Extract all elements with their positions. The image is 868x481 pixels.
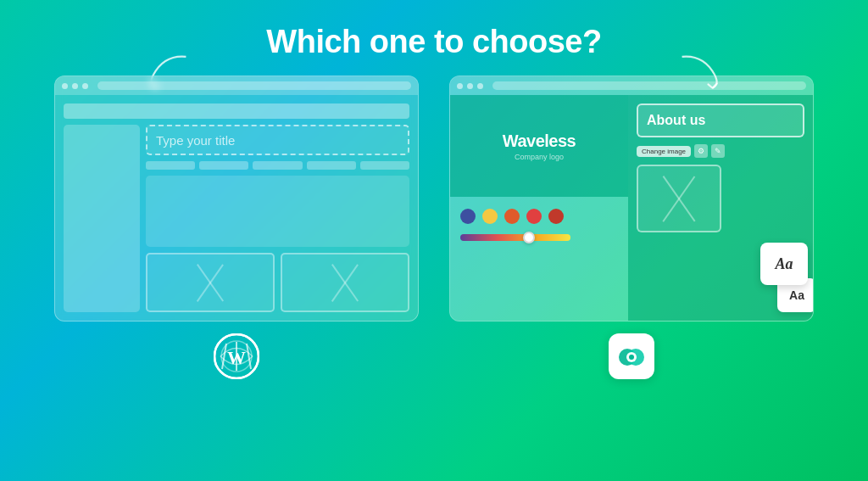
- change-image-button[interactable]: Change image: [637, 146, 691, 157]
- wp-body: Type your title: [64, 125, 409, 312]
- font-label-script: Aa: [775, 255, 793, 273]
- page-title: Which one to choose?: [266, 24, 601, 60]
- wp-tool-btn-5[interactable]: [360, 161, 409, 170]
- wp-bottom-row: [146, 253, 409, 312]
- wp-title-box[interactable]: Type your title: [146, 125, 409, 155]
- builder-body: Waveless Company logo: [450, 95, 813, 321]
- wp-titlebar: [55, 76, 418, 95]
- builder-left-panel: Waveless Company logo: [450, 95, 628, 321]
- color-dot-1[interactable]: [460, 209, 476, 224]
- wp-image-box-2: [281, 253, 409, 312]
- wp-tool-btn-1[interactable]: [146, 161, 195, 170]
- wordpress-logo-wrapper: W: [214, 333, 259, 383]
- color-dot-4[interactable]: [526, 209, 542, 224]
- color-slider-row: [460, 234, 618, 241]
- panels-row: Type your title: [27, 76, 841, 383]
- color-slider-thumb[interactable]: [523, 232, 535, 243]
- about-us-box[interactable]: About us: [637, 103, 804, 137]
- waveless-svg: [617, 342, 646, 371]
- builder-dot-green: [477, 83, 483, 89]
- wp-text-area: [146, 176, 409, 247]
- dot-green: [82, 83, 88, 89]
- wp-address-bar: [97, 81, 411, 90]
- wp-tool-btn-4[interactable]: [307, 161, 356, 170]
- wp-tool-btn-2[interactable]: [199, 161, 248, 170]
- about-us-text: About us: [647, 113, 705, 128]
- builder-right-panel: About us Change image ⚙ ✎ Aa A: [628, 95, 813, 321]
- builder-browser-window: Waveless Company logo: [449, 76, 814, 322]
- wordpress-browser-window: Type your title: [54, 76, 419, 322]
- color-dot-2[interactable]: [482, 209, 498, 224]
- wp-tool-btn-3[interactable]: [253, 161, 302, 170]
- dot-red: [62, 83, 68, 89]
- wp-image-box-1: [146, 253, 275, 312]
- waveless-icon: [609, 333, 654, 379]
- waveless-logo-wrapper: [609, 333, 654, 379]
- image-placeholder: [637, 165, 721, 232]
- builder-titlebar: [450, 76, 813, 95]
- color-palette: [460, 209, 618, 224]
- builder-dot-red: [457, 83, 463, 89]
- builder-brand-tagline: Company logo: [515, 153, 564, 161]
- wp-main-content: Type your title: [146, 125, 409, 312]
- pencil-icon[interactable]: ✎: [711, 144, 725, 158]
- wordpress-icon: W: [214, 333, 259, 379]
- color-dot-3[interactable]: [504, 209, 520, 224]
- wp-sidebar: [64, 125, 140, 312]
- svg-point-10: [629, 355, 634, 360]
- wp-title-placeholder: Type your title: [156, 133, 235, 148]
- wp-toolbar: [146, 161, 409, 170]
- builder-panel-wrapper: Waveless Company logo: [449, 76, 814, 379]
- builder-color-panel: [450, 197, 628, 321]
- change-image-toolbar: Change image ⚙ ✎: [637, 144, 804, 158]
- wp-topbar: [64, 103, 409, 119]
- wordpress-panel-wrapper: Type your title: [54, 76, 419, 383]
- color-dot-5[interactable]: [548, 209, 564, 224]
- color-slider-track[interactable]: [460, 234, 570, 241]
- builder-address-bar: [492, 81, 806, 90]
- font-label-sans: Aa: [789, 288, 804, 302]
- builder-brand-name: Waveless: [503, 131, 576, 151]
- dot-yellow: [72, 83, 78, 89]
- font-cards: Aa Aa: [760, 243, 808, 312]
- gear-icon[interactable]: ⚙: [694, 144, 708, 158]
- wp-content-area: Type your title: [55, 95, 418, 321]
- font-card-large[interactable]: Aa: [760, 243, 808, 285]
- builder-hero-section: Waveless Company logo: [450, 95, 628, 197]
- builder-dot-yellow: [467, 83, 473, 89]
